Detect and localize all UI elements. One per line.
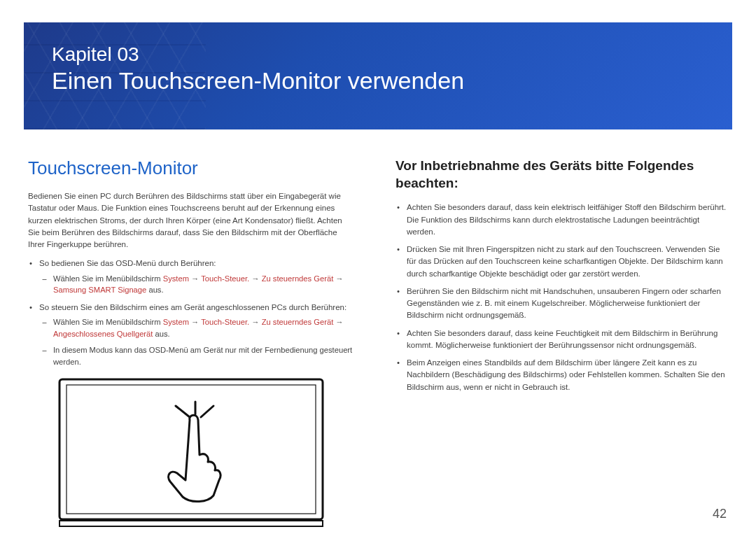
left-heading: Touchscreen-Monitor (28, 157, 354, 179)
menu-path-line: Wählen Sie im Menübildschirm System → To… (52, 316, 354, 340)
list-item: Berühren Sie den Bildschirm nicht mit Ha… (405, 286, 728, 322)
list-item: Achten Sie besonders darauf, dass kein e… (405, 202, 728, 238)
arrow-separator: → (189, 318, 201, 326)
monitor-touch-illustration (58, 378, 324, 528)
svg-rect-2 (59, 521, 323, 526)
right-column: Vor Inbetriebnahme des Geräts bitte Folg… (396, 157, 728, 528)
chapter-label: Kapitel 03 (52, 42, 704, 66)
menu-path-segment: Touch-Steuer. (201, 274, 249, 283)
left-intro-paragraph: Bedienen Sie einen PC durch Berühren des… (28, 190, 354, 251)
chapter-banner: Kapitel 03 Einen Touchscreen-Monitor ver… (24, 22, 732, 129)
svg-rect-0 (59, 379, 323, 519)
chapter-title: Einen Touchscreen-Monitor verwenden (52, 66, 704, 95)
text-segment: aus. (146, 286, 163, 294)
menu-path-line: Wählen Sie im Menübildschirm System → To… (52, 273, 354, 297)
arrow-separator: → (249, 274, 261, 283)
left-column: Touchscreen-Monitor Bedienen Sie einen P… (28, 157, 354, 528)
precautions-list: Achten Sie besonders darauf, dass kein e… (396, 202, 728, 393)
note-line: In diesem Modus kann das OSD-Menü am Ger… (52, 344, 354, 368)
list-item: So steuern Sie den Bildschirm eines am G… (38, 302, 354, 367)
list-item: Achten Sie besonders darauf, dass keine … (405, 328, 728, 352)
menu-path-segment: Touch-Steuer. (201, 318, 249, 326)
page-number: 42 (713, 507, 727, 521)
menu-path-segment: Zu steuerndes Gerät (262, 318, 334, 326)
svg-rect-1 (66, 385, 316, 514)
text-segment: Wählen Sie im Menübildschirm (53, 274, 163, 283)
content-columns: Touchscreen-Monitor Bedienen Sie einen P… (24, 157, 732, 528)
menu-path-segment: Samsung SMART Signage (53, 286, 146, 294)
text-segment: Wählen Sie im Menübildschirm (53, 318, 163, 326)
list-item: Beim Anzeigen eines Standbilds auf dem B… (405, 357, 728, 393)
left-instruction-list: So bedienen Sie das OSD-Menü durch Berüh… (28, 258, 354, 367)
arrow-separator: → (249, 318, 261, 326)
arrow-separator: → (333, 318, 343, 326)
item-text: So bedienen Sie das OSD-Menü durch Berüh… (39, 259, 216, 267)
item-text: So steuern Sie den Bildschirm eines am G… (39, 303, 346, 311)
list-item: Drücken Sie mit Ihren Fingerspitzen nich… (405, 244, 728, 280)
arrow-separator: → (333, 274, 343, 283)
right-heading: Vor Inbetriebnahme des Geräts bitte Folg… (396, 157, 728, 192)
list-item: So bedienen Sie das OSD-Menü durch Berüh… (38, 258, 354, 296)
menu-path-segment: Angeschlossenes Quellgerät (53, 330, 153, 338)
arrow-separator: → (189, 274, 201, 283)
svg-line-5 (201, 406, 214, 417)
menu-path-segment: System (163, 318, 189, 326)
menu-path-segment: System (163, 274, 189, 283)
svg-line-3 (176, 406, 190, 417)
text-segment: aus. (153, 330, 169, 338)
menu-path-segment: Zu steuerndes Gerät (262, 274, 334, 283)
